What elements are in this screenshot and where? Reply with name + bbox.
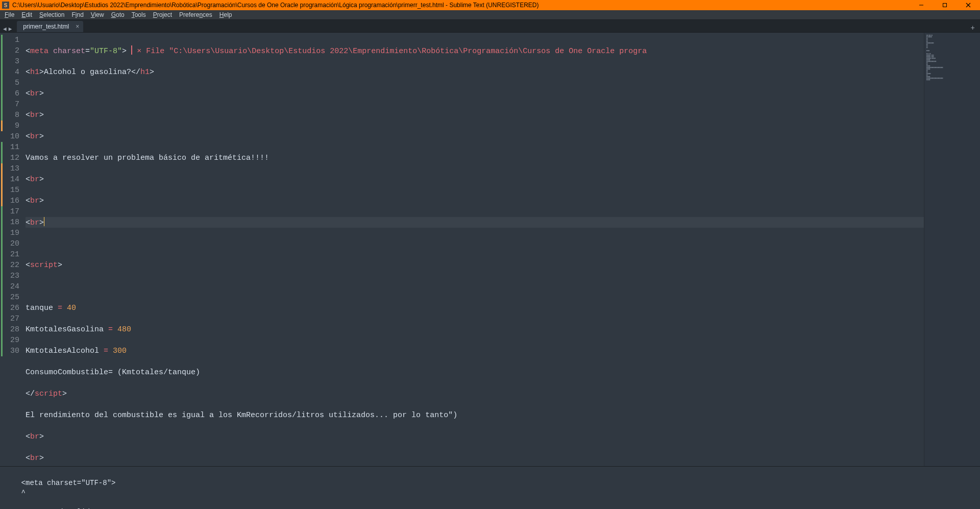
build-output-panel[interactable]: <meta charset="UTF-8"> ^ SyntaxError: in… — [0, 466, 980, 509]
app-window: S C:\Users\Usuario\Desktop\Estudios 2022… — [0, 0, 980, 509]
line-number[interactable]: 23 — [2, 271, 19, 281]
menu-selection[interactable]: Selection — [36, 10, 68, 19]
line-number[interactable]: 29 — [2, 335, 19, 346]
menu-file[interactable]: File — [1, 10, 18, 19]
line-number[interactable]: 12 — [2, 153, 19, 163]
menu-edit[interactable]: Edit — [18, 10, 36, 19]
code-area[interactable]: <meta charset="UTF-8"> × File "C:\Users\… — [23, 33, 924, 466]
line-number[interactable]: 2 — [2, 45, 19, 56]
menu-find[interactable]: Find — [68, 10, 87, 19]
window-controls — [910, 0, 980, 10]
line-number[interactable]: 9 — [2, 120, 19, 131]
tab-nav-back-icon[interactable]: ◀ — [3, 26, 7, 32]
tab-nav-arrows: ◀ ▶ — [0, 26, 15, 32]
minimap[interactable]: ███ ███ ██ ██ ██████ ██ ██ ██ ██████████… — [924, 33, 980, 466]
line-number[interactable]: 6 — [2, 88, 19, 99]
console-line: <meta charset="UTF-8"> — [4, 479, 115, 487]
line-number[interactable]: 30 — [2, 346, 19, 356]
maximize-button[interactable] — [933, 0, 957, 10]
line-number[interactable]: 1 — [2, 35, 19, 45]
line-number[interactable]: 7 — [2, 99, 19, 110]
line-number[interactable]: 21 — [2, 249, 19, 260]
line-number[interactable]: 8 — [2, 110, 19, 120]
tab-primerr-test[interactable]: primerr_test.html × — [17, 21, 83, 32]
menu-project[interactable]: Project — [150, 10, 176, 19]
line-number[interactable]: 16 — [2, 196, 19, 206]
line-number[interactable]: 24 — [2, 281, 19, 292]
inline-error-overlay: × File "C:\Users\Usuario\Desktop\Estudio… — [137, 47, 647, 56]
menu-tools[interactable]: Tools — [128, 10, 150, 19]
titlebar[interactable]: S C:\Users\Usuario\Desktop\Estudios 2022… — [0, 0, 980, 10]
line-number[interactable]: 11 — [2, 142, 19, 153]
text-cursor — [44, 217, 44, 226]
line-number[interactable]: 15 — [2, 185, 19, 196]
menu-help[interactable]: Help — [216, 10, 236, 19]
window-title: C:\Users\Usuario\Desktop\Estudios 2022\E… — [12, 2, 910, 9]
console-line: ^ — [4, 489, 26, 497]
tab-close-icon[interactable]: × — [76, 23, 79, 30]
menu-preferences[interactable]: Preferences — [176, 10, 216, 19]
line-number[interactable]: 4 — [2, 67, 19, 78]
line-number[interactable]: 27 — [2, 313, 19, 324]
line-number[interactable]: 14 — [2, 174, 19, 185]
line-number[interactable]: 26 — [2, 303, 19, 313]
line-number[interactable]: 3 — [2, 56, 19, 67]
svg-rect-1 — [943, 4, 947, 7]
line-number[interactable]: 25 — [2, 292, 19, 303]
line-number[interactable]: 5 — [2, 78, 19, 88]
line-number[interactable]: 20 — [2, 238, 19, 249]
menu-view[interactable]: View — [87, 10, 108, 19]
menubar: File Edit Selection Find View Goto Tools… — [0, 10, 980, 19]
minimize-button[interactable] — [910, 0, 933, 10]
tab-nav-fwd-icon[interactable]: ▶ — [9, 26, 12, 32]
close-button[interactable] — [957, 0, 980, 10]
line-number[interactable]: 22 — [2, 260, 19, 271]
editor: 1234567891011121314151617181920212223242… — [0, 33, 980, 466]
tab-label: primerr_test.html — [23, 23, 69, 30]
tab-bar: ◀ ▶ primerr_test.html × + — [0, 19, 980, 33]
line-number[interactable]: 19 — [2, 228, 19, 238]
line-number[interactable]: 28 — [2, 324, 19, 335]
line-number[interactable]: 17 — [2, 206, 19, 217]
menu-goto[interactable]: Goto — [108, 10, 128, 19]
line-gutter[interactable]: 1234567891011121314151617181920212223242… — [0, 33, 23, 466]
line-number[interactable]: 10 — [2, 131, 19, 142]
line-number[interactable]: 13 — [2, 163, 19, 174]
app-icon: S — [2, 2, 9, 9]
line-number[interactable]: 18 — [2, 217, 19, 228]
new-tab-button[interactable]: + — [966, 24, 980, 32]
